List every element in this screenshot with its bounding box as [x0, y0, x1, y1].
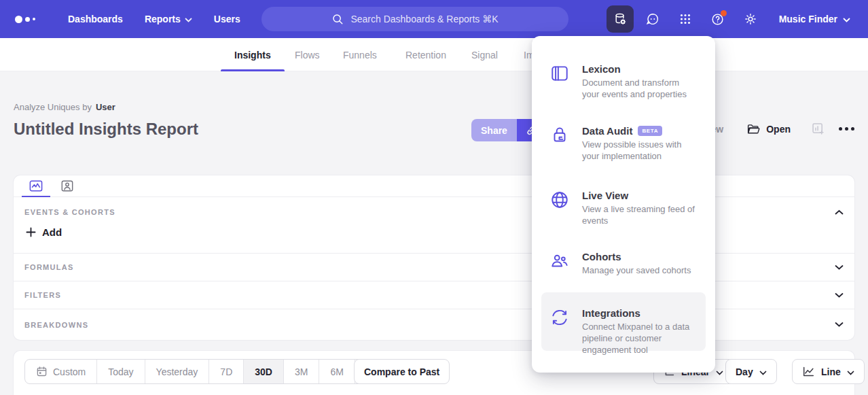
nav-item-reports[interactable]: Reports — [145, 14, 192, 24]
range-today[interactable]: Today — [97, 360, 145, 383]
beta-badge: BETA — [638, 126, 662, 136]
section-breakdowns[interactable]: BREAKDOWNS — [14, 309, 854, 340]
section-formulas[interactable]: FORMULAS — [14, 254, 854, 281]
tab-insights[interactable]: Insights — [234, 38, 271, 71]
chevron-down-icon — [716, 366, 723, 377]
plus-icon — [26, 227, 36, 237]
range-7d[interactable]: 7D — [209, 360, 244, 383]
interval-dropdown[interactable]: Day — [725, 359, 777, 384]
date-range-selector: Custom Today Yesterday 7D 30D 3M 6M 12M — [24, 359, 396, 384]
grid-icon — [678, 12, 693, 27]
globe-icon — [548, 190, 571, 213]
add-to-dashboard-button[interactable] — [811, 122, 825, 136]
range-label: 7D — [220, 366, 232, 377]
chevron-down-icon — [759, 366, 767, 377]
menu-item-lexicon[interactable]: Lexicon Document and transform your even… — [541, 56, 706, 107]
tab-signal[interactable]: Signal — [471, 38, 498, 71]
interval-label: Day — [736, 366, 753, 377]
open-label: Open — [766, 124, 791, 135]
add-event-button[interactable]: Add — [26, 226, 62, 238]
section-filters[interactable]: FILTERS — [14, 281, 854, 309]
workspace-switcher[interactable]: Music Finder — [779, 14, 850, 24]
lexicon-icon — [548, 63, 571, 86]
logo-dot — [15, 16, 22, 23]
tab-label: Retention — [405, 50, 446, 61]
top-navigation-bar: Dashboards Reports Users Search Dashboar… — [0, 0, 868, 38]
range-3m[interactable]: 3M — [284, 360, 319, 383]
chevron-down-icon — [835, 264, 844, 271]
menu-item-integrations[interactable]: Integrations Connect Mixpanel to a data … — [541, 292, 706, 351]
cohorts-icon — [548, 251, 571, 274]
menu-item-title: Data Audit BETA — [582, 125, 698, 137]
share-button[interactable]: Share — [471, 119, 517, 141]
more-options-button[interactable] — [839, 127, 854, 131]
section-label: EVENTS & COHORTS — [24, 208, 115, 216]
chevron-up-icon[interactable] — [835, 209, 844, 216]
menu-item-desc: View a live streaming feed of events — [582, 203, 698, 226]
range-6m[interactable]: 6M — [319, 360, 355, 383]
data-management-menu: Lexicon Document and transform your even… — [532, 36, 715, 373]
chevron-down-icon — [843, 14, 850, 24]
range-30d[interactable]: 30D — [244, 360, 284, 383]
feedback-button[interactable] — [639, 5, 666, 33]
compare-label: Compare to Past — [364, 366, 439, 377]
tab-user-profiles[interactable] — [52, 175, 83, 196]
range-label: 6M — [330, 366, 343, 377]
chart-add-icon — [811, 122, 825, 136]
range-custom[interactable]: Custom — [25, 360, 97, 383]
page-title[interactable]: Untitled Insights Report — [14, 120, 198, 139]
tab-events-metrics[interactable] — [20, 175, 52, 196]
range-label: Yesterday — [156, 366, 198, 377]
help-button[interactable] — [704, 5, 731, 33]
tab-label: Funnels — [343, 50, 377, 61]
range-label: 30D — [255, 366, 272, 377]
feedback-bubble-icon — [645, 12, 660, 27]
section-label: FORMULAS — [24, 263, 74, 271]
nav-item-dashboards[interactable]: Dashboards — [68, 14, 123, 24]
chart-controls-panel: Custom Today Yesterday 7D 30D 3M 6M 12M … — [14, 351, 854, 395]
open-report-button[interactable]: Open — [746, 123, 791, 135]
report-subtitle: Analyze Uniques byUser — [14, 102, 115, 112]
menu-item-title: Cohorts — [582, 251, 691, 262]
chart-type-dropdown[interactable]: Line — [792, 359, 865, 384]
folder-icon — [746, 123, 760, 135]
mixpanel-logo[interactable] — [15, 16, 46, 23]
search-input[interactable]: Search Dashboards & Reports ⌘K — [261, 7, 568, 31]
report-actions: New Open — [704, 122, 854, 136]
builder-tab-row — [14, 175, 854, 197]
report-tab-bar: Insights Flows Funnels Retention Signal … — [0, 38, 868, 71]
person-tab-icon — [60, 179, 74, 192]
compare-to-past-button[interactable]: Compare to Past — [354, 359, 450, 384]
apps-grid-button[interactable] — [672, 5, 699, 33]
settings-button[interactable] — [737, 5, 764, 33]
subtitle-prefix: Analyze Uniques by — [14, 102, 92, 112]
menu-item-cohorts[interactable]: Cohorts Manage your saved cohorts — [541, 244, 706, 283]
notification-dot — [721, 10, 727, 16]
range-label: Custom — [53, 366, 86, 377]
tab-retention[interactable]: Retention — [405, 38, 446, 71]
menu-item-title: Integrations — [582, 307, 698, 319]
section-label: FILTERS — [24, 291, 61, 299]
add-label: Add — [42, 226, 62, 238]
tab-label: Signal — [471, 50, 498, 61]
nav-item-users[interactable]: Users — [214, 14, 240, 24]
chevron-down-icon — [847, 366, 854, 377]
chart-tab-icon — [29, 179, 43, 192]
data-audit-icon — [548, 125, 571, 148]
subtitle-value[interactable]: User — [96, 102, 115, 112]
menu-item-live-view[interactable]: Live View View a live streaming feed of … — [541, 183, 706, 233]
logo-dot — [25, 17, 30, 22]
chart-type-label: Line — [821, 366, 841, 377]
query-builder-panel: EVENTS & COHORTS Add FORMULAS FILTERS — [14, 175, 854, 340]
logo-dot — [33, 18, 35, 20]
menu-item-data-audit[interactable]: Data Audit BETA View possible issues wit… — [541, 118, 706, 169]
tab-funnels[interactable]: Funnels — [343, 38, 377, 71]
section-label: BREAKDOWNS — [24, 321, 88, 329]
search-placeholder: Search Dashboards & Reports ⌘K — [350, 14, 498, 24]
menu-item-desc: Manage your saved cohorts — [582, 264, 691, 276]
nav-item-label: Dashboards — [68, 14, 123, 24]
data-management-button[interactable] — [607, 5, 634, 33]
range-yesterday[interactable]: Yesterday — [145, 360, 210, 383]
share-label: Share — [481, 125, 507, 136]
tab-flows[interactable]: Flows — [295, 38, 320, 71]
